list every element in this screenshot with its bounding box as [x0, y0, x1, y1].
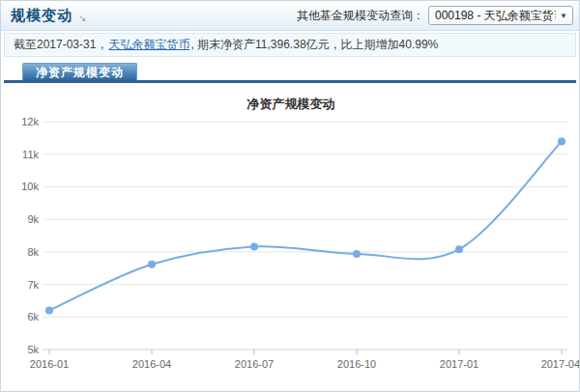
net-asset-line-chart: 5k6k7k8k9k10k11k12k2016-012016-042016-07…	[1, 88, 580, 392]
svg-text:2017-01: 2017-01	[440, 358, 478, 370]
svg-text:10k: 10k	[21, 181, 39, 192]
fund-select[interactable]: 000198 - 天弘余额宝货币 ▼	[428, 6, 573, 25]
page-container: 规模变动 ↘ 其他基金规模变动查询： 000198 - 天弘余额宝货币 ▼ 截至…	[0, 0, 580, 392]
svg-text:2016-04: 2016-04	[132, 358, 171, 370]
fund-link[interactable]: 天弘余额宝货币	[108, 37, 189, 53]
svg-text:11k: 11k	[22, 149, 39, 160]
fund-query: 其他基金规模变动查询： 000198 - 天弘余额宝货币 ▼	[297, 6, 579, 25]
tab-net-asset-change[interactable]: 净资产规模变动	[22, 63, 137, 81]
chevron-down-icon: ▼	[560, 12, 567, 20]
tab-underline	[4, 80, 576, 83]
svg-text:8k: 8k	[27, 246, 39, 258]
svg-text:2017-04: 2017-04	[541, 358, 580, 370]
svg-text:5k: 5k	[27, 344, 39, 355]
svg-text:2016-01: 2016-01	[30, 358, 69, 370]
notice-suffix: , 期末净资产11,396.38亿元，比上期增加40.99%	[190, 37, 438, 53]
svg-text:12k: 12k	[21, 116, 39, 127]
fund-query-label: 其他基金规模变动查询：	[297, 8, 424, 24]
svg-text:2016-10: 2016-10	[337, 358, 376, 370]
tab-label: 净资产规模变动	[36, 65, 124, 81]
svg-text:2016-07: 2016-07	[235, 358, 274, 370]
notice-prefix: 截至2017-03-31，	[14, 37, 107, 53]
chart-title: 净资产规模变动	[1, 96, 580, 113]
svg-text:7k: 7k	[27, 279, 39, 291]
header-bar: 规模变动 ↘ 其他基金规模变动查询： 000198 - 天弘余额宝货币 ▼	[1, 1, 579, 31]
svg-text:9k: 9k	[27, 213, 39, 225]
expand-arrow-icon: ↘	[78, 13, 86, 23]
fund-select-value: 000198 - 天弘余额宝货币	[435, 8, 556, 24]
summary-notice-bar: 截至2017-03-31，天弘余额宝货币, 期末净资产11,396.38亿元，比…	[4, 33, 576, 57]
page-title: 规模变动	[11, 7, 72, 25]
svg-text:6k: 6k	[27, 311, 39, 322]
